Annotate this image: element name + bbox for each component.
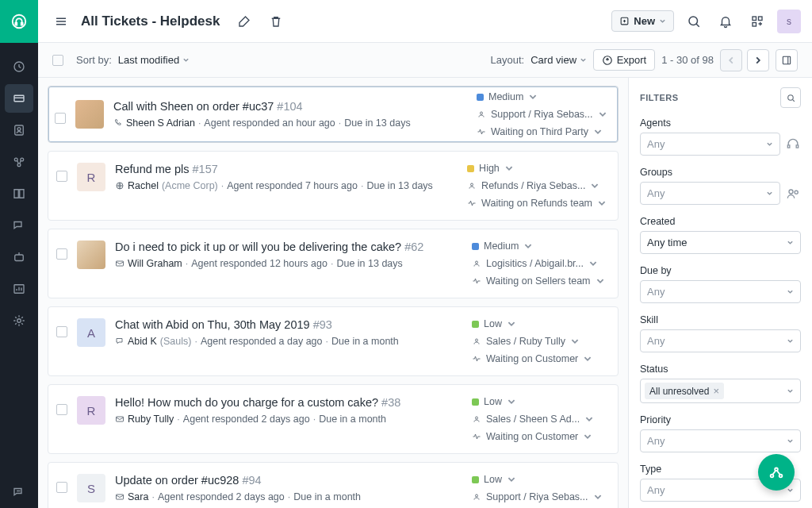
ticket-checkbox[interactable] xyxy=(56,326,67,337)
group-select[interactable]: Sales / Sheen S Ad... xyxy=(472,414,607,425)
filter-search-icon[interactable] xyxy=(780,87,801,108)
nav-dashboard[interactable] xyxy=(5,52,33,81)
filter-created-select[interactable]: Any time xyxy=(640,231,801,254)
status-select[interactable]: Waiting on Sellers team xyxy=(472,275,607,287)
mail-icon xyxy=(115,492,124,502)
contact-avatar xyxy=(77,241,105,269)
ticket-checkbox[interactable] xyxy=(56,482,67,493)
headset-icon[interactable] xyxy=(785,137,801,152)
priority-select[interactable]: Low xyxy=(472,474,607,485)
ticket-meta: Sheen S Adrian ·Agent responded an hour … xyxy=(113,117,467,129)
remove-tag-icon[interactable]: × xyxy=(713,385,719,397)
person-icon xyxy=(472,414,481,424)
contact-avatar: S xyxy=(77,474,105,502)
activity-icon xyxy=(477,127,486,137)
ticket-id: #62 xyxy=(404,241,423,253)
group-select[interactable]: Sales / Ruby Tully xyxy=(472,336,607,347)
status-select[interactable]: Waiting on Customer xyxy=(472,431,607,442)
svg-point-12 xyxy=(689,17,698,25)
nav-tickets[interactable] xyxy=(5,84,33,113)
ticket-card[interactable]: R Refund me pls #157 Rachel (Acme Corp) … xyxy=(48,151,619,221)
toggle-filters-icon[interactable] xyxy=(776,49,798,71)
select-all-checkbox[interactable] xyxy=(52,55,63,66)
chat-icon xyxy=(115,337,124,346)
pager-next[interactable] xyxy=(747,49,769,71)
nav-rail xyxy=(0,0,38,508)
ticket-checkbox[interactable] xyxy=(55,113,66,124)
filter-groups-label: Groups xyxy=(640,167,801,178)
ticket-checkbox[interactable] xyxy=(56,248,67,260)
ticket-card[interactable]: A Chat with Abid on Thu, 30th May 2019 #… xyxy=(48,306,619,376)
filter-dueby-select[interactable]: Any xyxy=(640,280,801,303)
filter-skill-select[interactable]: Any xyxy=(640,329,801,352)
priority-select[interactable]: Low xyxy=(472,318,607,329)
delete-icon[interactable] xyxy=(264,10,288,33)
group-select[interactable]: Support / Riya Sebas... xyxy=(477,109,611,120)
app-logo[interactable] xyxy=(0,0,38,43)
status-select[interactable]: Waiting on Third Party xyxy=(477,126,611,137)
group-select[interactable]: Logisitics / Abigail.br... xyxy=(472,258,607,269)
svg-point-29 xyxy=(789,190,793,194)
filter-priority-select[interactable]: Any xyxy=(640,429,801,452)
nav-contacts[interactable] xyxy=(5,116,33,144)
ticket-card[interactable]: S Update on order #uc928 #94 Sara ·Agent… xyxy=(48,462,619,508)
nav-analytics[interactable] xyxy=(5,275,33,303)
priority-select[interactable]: Medium xyxy=(472,241,607,252)
activity-icon xyxy=(472,276,481,286)
edit-icon[interactable] xyxy=(232,10,256,33)
nav-help[interactable] xyxy=(5,478,33,506)
ticket-checkbox[interactable] xyxy=(56,171,67,182)
export-button[interactable]: Export xyxy=(593,49,656,71)
nav-social[interactable] xyxy=(5,148,33,176)
filter-status-select[interactable]: All unresolved× xyxy=(640,379,801,403)
layout-value[interactable]: Card view xyxy=(530,54,586,66)
ticket-card[interactable]: Call with Sheen on order #uc37 #104 Shee… xyxy=(48,86,619,143)
apps-icon[interactable] xyxy=(745,10,769,33)
ticket-subject: Do i need to pick it up or will you be d… xyxy=(115,241,462,253)
filter-dueby-label: Due by xyxy=(640,265,801,276)
person-icon xyxy=(472,337,481,346)
ticket-card[interactable]: Do i need to pick it up or will you be d… xyxy=(48,229,619,298)
priority-select[interactable]: Low xyxy=(472,396,607,407)
svg-rect-8 xyxy=(15,255,24,261)
filters-title: FILTERS xyxy=(640,93,679,102)
new-button[interactable]: New xyxy=(611,10,674,32)
group-select[interactable]: Refunds / Riya Sebas... xyxy=(467,180,607,191)
nav-forums[interactable] xyxy=(5,211,33,240)
person-icon xyxy=(472,492,481,502)
person-icon xyxy=(477,110,486,119)
svg-rect-14 xyxy=(759,17,763,21)
nav-bot[interactable] xyxy=(5,243,33,271)
svg-point-5 xyxy=(14,158,17,161)
svg-point-6 xyxy=(21,158,24,161)
notifications-icon[interactable] xyxy=(714,10,737,33)
freshchat-fab[interactable] xyxy=(758,454,795,491)
svg-rect-13 xyxy=(753,17,756,21)
search-icon[interactable] xyxy=(682,10,706,33)
filter-groups-select[interactable]: Any xyxy=(640,182,780,205)
ticket-id: #93 xyxy=(313,318,332,331)
group-select[interactable]: Support / Riya Sebas... xyxy=(472,491,607,502)
status-select[interactable]: Waiting on Customer xyxy=(472,353,607,364)
ticket-id: #38 xyxy=(381,396,400,409)
nav-solutions[interactable] xyxy=(5,179,33,208)
ticket-subject: Call with Sheen on order #uc37 #104 xyxy=(113,100,467,113)
filter-agents-select[interactable]: Any xyxy=(640,133,780,156)
status-tag: All unresolved× xyxy=(645,383,724,399)
priority-select[interactable]: High xyxy=(467,163,607,174)
user-avatar[interactable]: s xyxy=(777,10,801,33)
ticket-id: #104 xyxy=(277,100,302,113)
ticket-card[interactable]: R Hello! How much do you charge for a cu… xyxy=(48,384,619,454)
sort-value[interactable]: Last modified xyxy=(118,54,190,66)
nav-admin[interactable] xyxy=(5,306,33,335)
ticket-checkbox[interactable] xyxy=(56,404,67,415)
priority-select[interactable]: Medium xyxy=(477,91,611,102)
pager-prev[interactable] xyxy=(720,49,742,71)
pager xyxy=(720,49,769,71)
people-icon[interactable] xyxy=(785,186,801,202)
status-select[interactable]: Waiting on Refunds team xyxy=(467,198,607,209)
menu-icon[interactable] xyxy=(49,10,73,33)
svg-point-22 xyxy=(476,261,478,264)
activity-icon xyxy=(467,198,477,208)
svg-rect-15 xyxy=(753,22,756,26)
